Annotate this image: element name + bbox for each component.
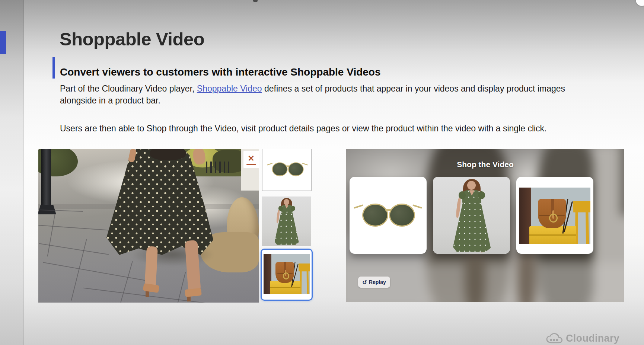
page-canvas: Shoppable Video Convert viewers to custo… xyxy=(0,0,644,345)
replay-icon: ↺ xyxy=(362,279,367,285)
product-bar-close-button[interactable]: ✕ xyxy=(243,151,259,168)
handbag-image xyxy=(519,188,590,244)
shop-the-video-end-screen: Shop the Video xyxy=(346,149,624,302)
product-card-sunglasses[interactable] xyxy=(350,177,427,254)
section-heading: Convert viewers to customers with intera… xyxy=(60,66,381,78)
product-bar xyxy=(262,149,313,301)
cloudinary-brand-text: Cloudinary xyxy=(566,333,619,344)
close-icon: ✕ xyxy=(248,154,254,163)
replay-button[interactable]: ↺ Replay xyxy=(358,277,390,288)
walking-woman-figure xyxy=(38,149,259,303)
product-thumb-dress[interactable] xyxy=(262,197,311,246)
left-sidebar-strip xyxy=(0,0,24,345)
intro-text-before: Part of the Cloudinary Video player, xyxy=(60,84,197,93)
shoppable-video-link[interactable]: Shoppable Video xyxy=(197,84,262,93)
cloudinary-watermark: Cloudinary xyxy=(546,333,619,344)
intro-paragraph: Part of the Cloudinary Video player, Sho… xyxy=(60,83,603,106)
product-card-handbag[interactable] xyxy=(516,177,593,254)
end-screen-title: Shop the Video xyxy=(346,160,624,169)
video-player[interactable] xyxy=(38,149,259,303)
handbag-image xyxy=(264,254,310,294)
replay-label: Replay xyxy=(369,279,386,285)
cloudinary-cloud-icon xyxy=(546,333,563,344)
product-thumb-handbag-selected[interactable] xyxy=(261,249,313,301)
heading-accent-bar xyxy=(52,57,55,79)
sunglasses-image xyxy=(268,162,306,176)
product-thumb-sunglasses[interactable] xyxy=(262,149,312,191)
presenter-bubble xyxy=(636,0,644,6)
sunglasses-image xyxy=(356,203,420,226)
polka-dot-skirt xyxy=(106,149,213,255)
second-paragraph: Users are then able to Shop through the … xyxy=(60,123,618,135)
dress-image xyxy=(433,177,510,254)
product-card-dress[interactable] xyxy=(433,177,510,254)
page-title: Shoppable Video xyxy=(60,29,204,49)
player-chrome-artifact xyxy=(253,0,258,2)
dress-image xyxy=(262,197,311,246)
accent-block xyxy=(0,31,6,54)
